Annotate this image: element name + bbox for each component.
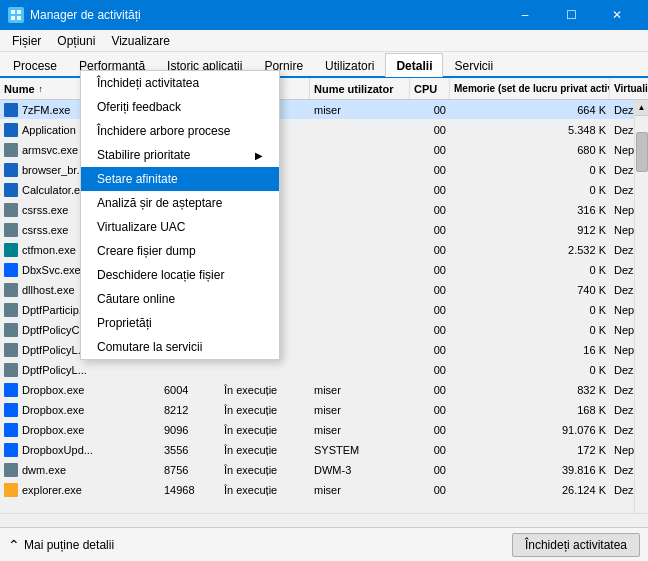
title-text: Manager de activități [30, 8, 141, 22]
table-row[interactable]: Dropbox.exe 6004 În execuție miser 00 83… [0, 380, 634, 400]
cell-cpu: 00 [410, 260, 450, 279]
cell-pid: 3556 [160, 440, 220, 459]
ctx-label: Căutare online [97, 292, 175, 306]
cell-uac: Nepermis [610, 440, 634, 459]
cell-uac: Dezactivat [610, 380, 634, 399]
cell-user [310, 160, 410, 179]
col-header-memory[interactable]: Memorie (set de lucru privat activ) [450, 78, 610, 99]
app-icon [4, 323, 18, 337]
tab-procese[interactable]: Procese [2, 53, 68, 77]
menu-optiuni[interactable]: Opțiuni [49, 32, 103, 50]
app-icon [4, 363, 18, 377]
cell-pid: 6004 [160, 380, 220, 399]
svg-rect-0 [11, 10, 15, 14]
context-menu-item-cautare[interactable]: Căutare online [81, 287, 279, 311]
context-menu-item-prioritate[interactable]: Stabilire prioritate▶ [81, 143, 279, 167]
cell-memory: 0 K [450, 160, 610, 179]
svg-rect-1 [17, 10, 21, 14]
context-menu-item-creare-dump[interactable]: Creare fișier dump [81, 239, 279, 263]
context-menu-item-inchideti[interactable]: Închideți activitatea [81, 71, 279, 95]
table-row[interactable]: DropboxUpd... 3556 În execuție SYSTEM 00… [0, 440, 634, 460]
context-menu-item-inchidere-arbore[interactable]: Închidere arbore procese [81, 119, 279, 143]
name-text: DptfPolicyC... [22, 324, 89, 336]
context-menu-item-analiza[interactable]: Analiză șir de așteptare [81, 191, 279, 215]
cell-cpu: 00 [410, 320, 450, 339]
name-text: DptfPolicyL... [22, 344, 87, 356]
cell-uac: Dezactivat [610, 100, 634, 119]
table-row[interactable]: DptfPolicyL... 00 0 K Dezactivat [0, 360, 634, 380]
app-icon [4, 163, 18, 177]
tab-utilizatori[interactable]: Utilizatori [314, 53, 385, 77]
end-task-button[interactable]: Închideți activitatea [512, 533, 640, 557]
col-header-user[interactable]: Nume utilizator [310, 78, 410, 99]
ctx-label: Oferiți feedback [97, 100, 181, 114]
col-header-uac[interactable]: Virtualizare UAC [610, 78, 648, 99]
tab-servicii[interactable]: Servicii [443, 53, 504, 77]
cell-memory: 0 K [450, 360, 610, 379]
table-row[interactable]: Dropbox.exe 8212 În execuție miser 00 16… [0, 400, 634, 420]
app-icon [4, 343, 18, 357]
cell-cpu: 00 [410, 140, 450, 159]
ctx-label: Proprietăți [97, 316, 152, 330]
cell-cpu: 00 [410, 400, 450, 419]
ctx-label: Virtualizare UAC [97, 220, 185, 234]
cell-stare [220, 360, 310, 379]
context-menu-item-virtualizare[interactable]: Virtualizare UAC [81, 215, 279, 239]
cell-uac: Dezactivat [610, 240, 634, 259]
maximize-button[interactable]: ☐ [548, 0, 594, 30]
less-details-button[interactable]: ⌃ Mai puține detalii [8, 537, 114, 553]
cell-uac: Dezactivat [610, 480, 634, 499]
less-details-label: Mai puține detalii [24, 538, 114, 552]
cell-memory: 39.816 K [450, 460, 610, 479]
cell-memory: 172 K [450, 440, 610, 459]
app-icon [4, 463, 18, 477]
cell-name: Dropbox.exe [0, 400, 160, 419]
svg-rect-2 [11, 16, 15, 20]
cell-user [310, 360, 410, 379]
menu-fisier[interactable]: Fișier [4, 32, 49, 50]
cell-pid [160, 360, 220, 379]
vertical-scrollbar[interactable]: ▲ [634, 100, 648, 513]
minimize-button[interactable]: – [502, 0, 548, 30]
name-text: Dropbox.exe [22, 424, 84, 436]
context-menu-item-feedback[interactable]: Oferiți feedback [81, 95, 279, 119]
app-icon [4, 423, 18, 437]
scroll-thumb[interactable] [636, 132, 648, 172]
menu-bar: Fișier Opțiuni Vizualizare [0, 30, 648, 52]
cell-uac: Dezactivat [610, 160, 634, 179]
context-menu-item-afinitate[interactable]: Setare afinitate [81, 167, 279, 191]
ctx-label: Stabilire prioritate [97, 148, 190, 162]
scroll-up-btn[interactable]: ▲ [635, 100, 649, 116]
app-icon [4, 383, 18, 397]
cell-uac: Dezactivat [610, 280, 634, 299]
sort-arrow-icon: ↑ [39, 84, 44, 94]
title-bar: Manager de activități – ☐ ✕ [0, 0, 648, 30]
cell-memory: 16 K [450, 340, 610, 359]
cell-uac: Dezactivat [610, 400, 634, 419]
horizontal-scrollbar[interactable] [0, 513, 648, 527]
context-menu-item-proprietati[interactable]: Proprietăți [81, 311, 279, 335]
col-header-cpu[interactable]: CPU [410, 78, 450, 99]
tab-detalii[interactable]: Detalii [385, 53, 443, 77]
cell-cpu: 00 [410, 360, 450, 379]
cell-pid: 9096 [160, 420, 220, 439]
cell-stare: În execuție [220, 460, 310, 479]
cell-cpu: 00 [410, 300, 450, 319]
menu-vizualizare[interactable]: Vizualizare [103, 32, 177, 50]
table-row[interactable]: Dropbox.exe 9096 În execuție miser 00 91… [0, 420, 634, 440]
table-row[interactable]: explorer.exe 14968 În execuție miser 00 … [0, 480, 634, 500]
ctx-label: Analiză șir de așteptare [97, 196, 222, 210]
table-row[interactable]: dwm.exe 8756 În execuție DWM-3 00 39.816… [0, 460, 634, 480]
svg-rect-3 [17, 16, 21, 20]
cell-memory: 0 K [450, 260, 610, 279]
cell-name: DropboxUpd... [0, 440, 160, 459]
submenu-arrow-icon: ▶ [255, 150, 263, 161]
context-menu-item-comutare[interactable]: Comutare la servicii [81, 335, 279, 359]
ctx-label: Închidere arbore procese [97, 124, 230, 138]
cell-stare: În execuție [220, 440, 310, 459]
cell-uac: Nepermis [610, 140, 634, 159]
cell-cpu: 00 [410, 380, 450, 399]
close-button[interactable]: ✕ [594, 0, 640, 30]
cell-cpu: 00 [410, 120, 450, 139]
context-menu-item-deschidere-locatie[interactable]: Deschidere locație fișier [81, 263, 279, 287]
